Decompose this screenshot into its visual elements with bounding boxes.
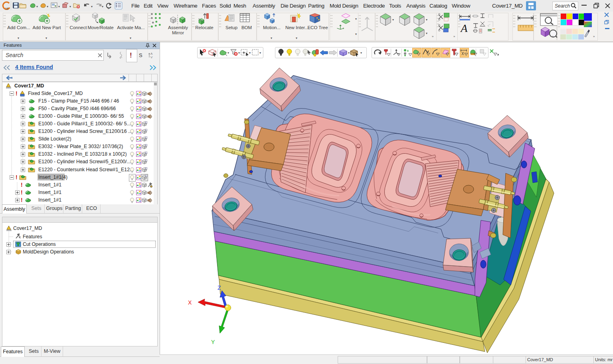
svg-text:↻: ↻ [107,7,110,10]
svg-text:A: A [460,22,468,34]
svg-text:Y: Y [211,339,215,345]
svg-text:16: 16 [5,7,8,10]
svg-text:Z: Z [218,285,221,291]
svg-text:X: X [188,299,192,306]
